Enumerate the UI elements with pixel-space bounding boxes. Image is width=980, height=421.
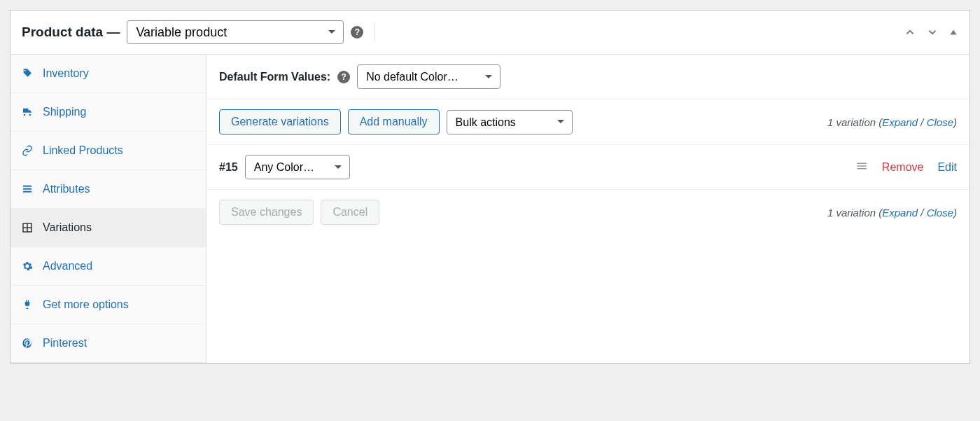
- chevron-up-icon[interactable]: [904, 26, 916, 39]
- sidebar-item-attributes[interactable]: Attributes: [10, 170, 206, 209]
- variation-count-bottom: 1 variation (Expand / Close): [827, 207, 957, 219]
- grid-icon: [22, 222, 34, 233]
- close-link[interactable]: Close: [927, 116, 953, 128]
- truck-icon: [22, 106, 34, 118]
- sidebar-item-label: Shipping: [43, 106, 86, 118]
- sidebar-item-shipping[interactable]: Shipping: [10, 93, 206, 132]
- chevron-down-icon[interactable]: [926, 26, 939, 39]
- default-form-values-row: Default Form Values: ? No default Color…: [206, 55, 969, 99]
- product-data-panel: Product data — Variable product ?: [10, 10, 970, 364]
- save-changes-button[interactable]: Save changes: [219, 200, 314, 225]
- expand-link[interactable]: Expand: [882, 207, 918, 219]
- variation-actions: Remove Edit: [855, 161, 957, 174]
- variations-content: Default Form Values: ? No default Color……: [206, 55, 969, 363]
- cancel-button[interactable]: Cancel: [321, 200, 379, 225]
- variation-row[interactable]: #15 Any Color… Remove Edit: [206, 145, 969, 190]
- tag-icon: [22, 68, 34, 79]
- close-link[interactable]: Close: [927, 207, 953, 219]
- add-manually-button[interactable]: Add manually: [348, 109, 440, 134]
- variation-id: #15: [219, 161, 238, 174]
- sidebar-item-variations[interactable]: Variations: [10, 209, 206, 247]
- panel-title: Product data —: [22, 25, 120, 40]
- default-form-values-label: Default Form Values:: [219, 71, 330, 83]
- sidebar-item-label: Inventory: [43, 67, 89, 80]
- sidebar-item-more-options[interactable]: Get more options: [10, 286, 206, 324]
- panel-header: Product data — Variable product ?: [10, 11, 969, 55]
- plug-icon: [22, 299, 34, 310]
- variation-attribute-select[interactable]: Any Color…: [245, 155, 350, 179]
- product-type-select[interactable]: Variable product: [127, 20, 344, 44]
- sidebar-item-label: Advanced: [43, 260, 92, 272]
- help-icon[interactable]: ?: [337, 71, 350, 83]
- edit-variation-link[interactable]: Edit: [937, 161, 957, 174]
- bulk-actions-select[interactable]: Bulk actions: [447, 110, 573, 134]
- expand-link[interactable]: Expand: [882, 116, 918, 128]
- link-icon: [22, 145, 34, 156]
- svg-rect-1: [23, 186, 31, 187]
- help-icon[interactable]: ?: [351, 26, 363, 39]
- triangle-up-icon[interactable]: [948, 27, 958, 37]
- panel-controls: [904, 26, 958, 39]
- drag-handle-icon[interactable]: [855, 161, 868, 174]
- variations-footer: Save changes Cancel 1 variation (Expand …: [206, 190, 969, 235]
- svg-rect-2: [23, 188, 31, 190]
- svg-marker-0: [950, 30, 956, 35]
- sidebar-item-advanced[interactable]: Advanced: [10, 247, 206, 286]
- panel-body: Inventory Shipping Linked Products Attri…: [10, 55, 969, 363]
- separator: [374, 22, 375, 42]
- variations-toolbar: Generate variations Add manually Bulk ac…: [206, 99, 969, 145]
- remove-variation-link[interactable]: Remove: [882, 161, 924, 174]
- sidebar-item-label: Variations: [43, 221, 92, 234]
- sidebar-item-linked[interactable]: Linked Products: [10, 132, 206, 170]
- gear-icon: [22, 261, 34, 272]
- sidebar-item-label: Attributes: [43, 183, 90, 195]
- sidebar-item-label: Get more options: [43, 298, 129, 311]
- list-icon: [22, 184, 34, 195]
- pinterest-icon: [22, 338, 34, 349]
- default-color-select[interactable]: No default Color…: [357, 64, 500, 89]
- sidebar: Inventory Shipping Linked Products Attri…: [10, 55, 206, 363]
- sidebar-item-inventory[interactable]: Inventory: [10, 55, 206, 93]
- variation-count-top: 1 variation (Expand / Close): [827, 116, 957, 128]
- sidebar-item-label: Linked Products: [43, 144, 123, 157]
- svg-rect-3: [23, 191, 31, 193]
- generate-variations-button[interactable]: Generate variations: [219, 109, 341, 134]
- sidebar-item-label: Pinterest: [43, 337, 87, 350]
- sidebar-item-pinterest[interactable]: Pinterest: [10, 324, 206, 363]
